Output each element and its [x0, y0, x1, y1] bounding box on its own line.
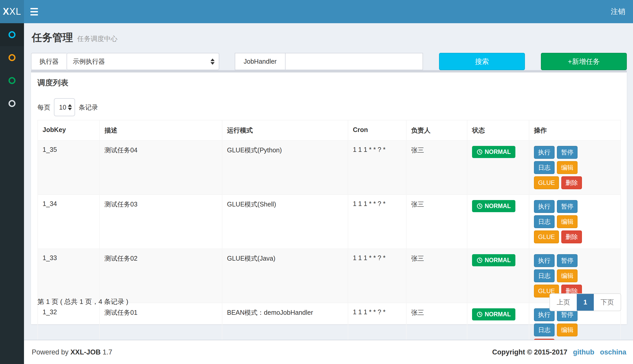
- cell-owner: 张三: [406, 140, 467, 195]
- status-text: NORMAL: [485, 311, 511, 318]
- sidebar-item-job-manage[interactable]: [0, 23, 24, 46]
- sidebar-item-registry[interactable]: [0, 69, 24, 92]
- page-title: 任务管理: [32, 32, 73, 43]
- pagination-summary: 第 1 页 ( 总共 1 页，4 条记录 ): [37, 297, 128, 306]
- cell-status: NORMAL: [467, 140, 529, 195]
- action-button-blue-0[interactable]: 执行: [534, 200, 555, 213]
- action-button-blue-0[interactable]: 执行: [534, 254, 555, 267]
- page-footer: Powered by XXL-JOB 1.7 Copyright © 2015-…: [24, 340, 633, 364]
- status-text: NORMAL: [485, 257, 511, 264]
- page-subtitle: 任务调度中心: [77, 35, 117, 43]
- powered-by-text: Powered by XXL-JOB 1.7: [32, 348, 112, 356]
- status-text: NORMAL: [485, 148, 511, 155]
- cell-actions: 执行暂停日志编辑GLUE删除: [529, 140, 621, 195]
- hamburger-icon: [30, 8, 38, 9]
- job-row-1_35: 1_35测试任务04GLUE模式(Python)1 1 1 * * ? *张三N…: [38, 140, 621, 195]
- page-header: 任务管理 任务调度中心: [32, 30, 117, 45]
- cell-owner: 张三: [406, 249, 467, 303]
- job-row-1_34: 1_34测试任务03GLUE模式(Shell)1 1 1 * * ? *张三NO…: [38, 195, 621, 249]
- action-button-blue-2[interactable]: 日志: [534, 324, 555, 336]
- action-button-red-5[interactable]: 删除: [561, 176, 582, 189]
- current-page-button[interactable]: 1: [577, 294, 594, 311]
- cell-desc: 测试任务03: [100, 195, 222, 249]
- action-button-blue-2[interactable]: 日志: [534, 269, 555, 282]
- status-text: NORMAL: [485, 203, 511, 210]
- action-button-orange-3[interactable]: 编辑: [557, 324, 578, 336]
- clock-icon: [477, 257, 483, 263]
- action-button-orange-4[interactable]: GLUE: [534, 176, 559, 189]
- filter-toolbar: 执行器 示例执行器 JobHandler 搜索 +新增任务: [24, 53, 633, 70]
- clock-icon: [477, 203, 483, 209]
- action-button-blue-2[interactable]: 日志: [534, 161, 555, 174]
- page-size-control: 每页 10 条记录: [37, 98, 98, 116]
- cell-status: NORMAL: [467, 195, 529, 249]
- navbar-spacer: [44, 0, 603, 23]
- next-page-button[interactable]: 下页: [594, 294, 621, 311]
- add-job-button[interactable]: +新增任务: [541, 53, 627, 70]
- logo-rest: XL: [9, 6, 21, 17]
- clock-icon: [477, 149, 483, 155]
- page-size-suffix: 条记录: [79, 103, 98, 112]
- job-row-1_33: 1_33测试任务02GLUE模式(Java)1 1 1 * * ? *张三NOR…: [38, 249, 621, 303]
- cell-desc: 测试任务04: [100, 140, 222, 195]
- action-button-orange-3[interactable]: 编辑: [557, 215, 578, 228]
- column-header[interactable]: 描述: [100, 120, 222, 140]
- status-badge: NORMAL: [472, 254, 515, 266]
- page-size-select[interactable]: 10: [54, 98, 75, 116]
- cell-mode: GLUE模式(Java): [222, 249, 348, 303]
- cell-jobkey: 1_35: [38, 140, 100, 195]
- status-badge: NORMAL: [472, 308, 515, 320]
- github-link[interactable]: github: [573, 348, 594, 356]
- prev-page-button[interactable]: 上页: [550, 294, 577, 311]
- executor-select[interactable]: 示例执行器: [67, 53, 219, 70]
- action-button-orange-3[interactable]: 编辑: [557, 161, 578, 174]
- action-button-orange-3[interactable]: 编辑: [557, 269, 578, 282]
- schedule-list-panel: 调度列表 每页 10 条记录 JobKey描述运行模式Cron负责人状态操作 1…: [31, 72, 627, 324]
- action-button-blue-2[interactable]: 日志: [534, 215, 555, 228]
- cell-actions: 执行暂停日志编辑GLUE删除: [529, 195, 621, 249]
- circle-icon: [9, 77, 15, 84]
- page-size-value: 10: [59, 104, 66, 111]
- sidebar-item-help[interactable]: [0, 92, 24, 115]
- clock-icon: [477, 311, 483, 317]
- status-badge: NORMAL: [472, 146, 515, 158]
- executor-label: 执行器: [31, 53, 67, 70]
- action-button-blue-0[interactable]: 执行: [534, 146, 555, 159]
- search-button[interactable]: 搜索: [439, 53, 525, 70]
- action-button-red-5[interactable]: 删除: [561, 230, 582, 243]
- cell-mode: GLUE模式(Python): [222, 140, 348, 195]
- sidebar-toggle-button[interactable]: [24, 0, 44, 23]
- page-size-prefix: 每页: [37, 103, 50, 112]
- top-navbar: XXL 注销: [0, 0, 633, 23]
- sidebar-item-log-manage[interactable]: [0, 46, 24, 69]
- cell-cron: 1 1 1 * * ? *: [348, 195, 406, 249]
- executor-filter-group: 执行器 示例执行器: [31, 53, 219, 70]
- action-button-blue-1[interactable]: 暂停: [557, 200, 578, 213]
- product-name: XXL-JOB: [70, 348, 101, 356]
- logo-bold: X: [3, 6, 9, 17]
- jobhandler-input[interactable]: [285, 53, 423, 70]
- oschina-link[interactable]: oschina: [600, 348, 626, 356]
- action-button-blue-1[interactable]: 暂停: [557, 254, 578, 267]
- logout-link[interactable]: 注销: [603, 0, 633, 23]
- column-header[interactable]: 状态: [467, 120, 529, 140]
- action-button-orange-4[interactable]: GLUE: [534, 230, 559, 243]
- jobs-table: JobKey描述运行模式Cron负责人状态操作 1_35测试任务04GLUE模式…: [37, 120, 621, 357]
- action-button-blue-1[interactable]: 暂停: [557, 146, 578, 159]
- column-header[interactable]: JobKey: [38, 120, 100, 140]
- column-header[interactable]: Cron: [348, 120, 406, 140]
- panel-title: 调度列表: [37, 78, 68, 88]
- column-header[interactable]: 负责人: [406, 120, 467, 140]
- executor-selected-value: 示例执行器: [73, 57, 105, 66]
- select-arrows-icon: [68, 104, 72, 110]
- app-logo[interactable]: XXL: [0, 0, 24, 23]
- copyright-text: Copyright © 2015-2017: [492, 348, 567, 356]
- sidebar-nav: [0, 23, 24, 364]
- cell-jobkey: 1_34: [38, 195, 100, 249]
- toolbar-divider: [31, 70, 627, 72]
- circle-icon: [9, 31, 15, 38]
- column-header[interactable]: 运行模式: [222, 120, 348, 140]
- column-header[interactable]: 操作: [529, 120, 621, 140]
- cell-status: NORMAL: [467, 249, 529, 303]
- circle-icon: [9, 100, 15, 107]
